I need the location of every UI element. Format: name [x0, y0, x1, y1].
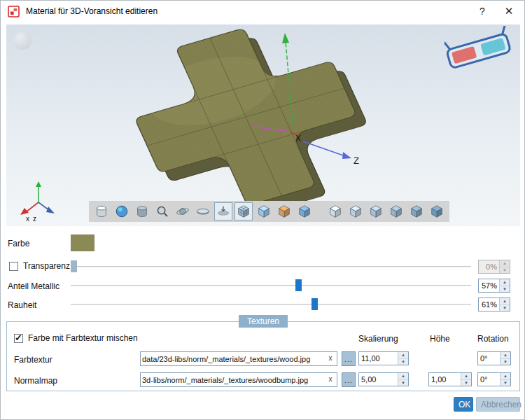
spin-down-button[interactable]: ▼: [500, 286, 510, 293]
transparenz-checkbox-row[interactable]: Transparenz: [9, 261, 70, 271]
material-editor-dialog: Material für 3D-Voransicht editieren ? ✕: [0, 0, 525, 420]
shape-sphere-icon[interactable]: [113, 202, 131, 220]
close-button[interactable]: ✕: [498, 1, 520, 22]
light-preset-5-icon[interactable]: [407, 202, 426, 220]
light-preset-1-icon[interactable]: [326, 202, 344, 220]
slider-track[interactable]: [71, 266, 471, 267]
farbtextur-clear-button[interactable]: x: [326, 354, 337, 363]
spin-up-button[interactable]: ▲: [500, 352, 510, 358]
spin-up-button[interactable]: ▲: [461, 373, 471, 379]
rotation-header: Rotation: [477, 334, 509, 344]
axis-z-arrow: [342, 152, 351, 159]
orbit-icon[interactable]: [174, 202, 192, 220]
mix-color-texture-checkbox[interactable]: [14, 334, 23, 343]
farbe-label: Farbe: [8, 239, 29, 248]
spin-up-button[interactable]: ▲: [398, 352, 408, 358]
metallic-value-field[interactable]: 57% ▲▼: [478, 279, 510, 293]
window-title: Material für 3D-Voransicht editieren: [26, 6, 158, 16]
farbtextur-path-field: x: [140, 351, 337, 366]
normalmap-path-field: x: [140, 372, 337, 387]
farbtextur-skalierung-value[interactable]: 11,00: [359, 352, 398, 365]
spin-up-button[interactable]: ▲: [500, 298, 510, 304]
material-preview-object: [111, 24, 391, 226]
anaglyph-glasses-icon[interactable]: [444, 26, 514, 78]
normalmap-rotation-field[interactable]: 0° ▲▼: [477, 372, 511, 386]
metallic-label: Anteil Metallic: [8, 281, 59, 291]
spin-up-button[interactable]: ▲: [500, 373, 510, 379]
slider-handle[interactable]: [71, 260, 77, 272]
color-swatch[interactable]: [71, 234, 94, 251]
mini-axis-z-label: z: [33, 215, 36, 222]
light-preset-2-icon[interactable]: [346, 202, 365, 220]
shaded-cube-icon[interactable]: [295, 202, 314, 220]
transparenz-slider[interactable]: [71, 260, 471, 272]
rauheit-value[interactable]: 61%: [479, 298, 499, 311]
spin-down-button[interactable]: ▼: [500, 358, 510, 365]
normalmap-path-input[interactable]: [141, 376, 326, 384]
farbtextur-rotation-field[interactable]: 0° ▲▼: [477, 351, 511, 365]
normalmap-skalierung-field[interactable]: 5,00 ▲▼: [358, 372, 409, 386]
light-preset-6-icon[interactable]: [428, 202, 446, 220]
axis-z-line: [303, 141, 345, 156]
axis-z-label: Z: [354, 155, 359, 166]
spin-up-button[interactable]: ▲: [500, 279, 510, 286]
textured-cube-icon[interactable]: [275, 202, 293, 220]
transparenz-label: Transparenz: [23, 261, 70, 271]
rauheit-value-field[interactable]: 61% ▲▼: [478, 298, 510, 312]
light-preset-4-icon[interactable]: [387, 202, 405, 220]
rauheit-slider[interactable]: [71, 298, 471, 310]
normalmap-skalierung-value[interactable]: 5,00: [359, 373, 398, 386]
mesh-cube-icon[interactable]: [234, 202, 253, 220]
normalmap-browse-button[interactable]: ...: [342, 372, 356, 387]
slider-handle[interactable]: [295, 279, 302, 291]
normalmap-rotation-value[interactable]: 0°: [478, 373, 500, 386]
preview-scene: X Z: [6, 24, 520, 226]
zoom-icon[interactable]: [153, 202, 172, 220]
slider-track[interactable]: [71, 304, 471, 305]
light-preset-3-icon[interactable]: [367, 202, 385, 220]
spin-down-button[interactable]: ▼: [461, 379, 471, 386]
farbtextur-skalierung-field[interactable]: 11,00 ▲▼: [358, 351, 409, 365]
metallic-slider[interactable]: [71, 279, 471, 291]
mix-color-texture-label: Farbe mit Farbtextur mischen: [28, 333, 138, 343]
toolbar-separator: [316, 202, 324, 220]
mix-color-texture-row[interactable]: Farbe mit Farbtextur mischen: [14, 333, 138, 343]
spin-down-button[interactable]: ▼: [500, 304, 510, 312]
normalmap-clear-button[interactable]: x: [326, 375, 337, 384]
farbtextur-rotation-value[interactable]: 0°: [478, 352, 500, 365]
ok-button[interactable]: OK: [454, 397, 473, 412]
mini-axis-x-label: x: [26, 215, 29, 222]
spin-down-button[interactable]: ▼: [398, 358, 408, 365]
farbtextur-browse-button[interactable]: ...: [342, 351, 356, 366]
spin-down-button[interactable]: ▼: [500, 379, 510, 386]
transparenz-checkbox[interactable]: [9, 262, 18, 271]
skalierung-header: Skalierung: [358, 334, 398, 344]
spin-down-button[interactable]: ▼: [398, 379, 408, 386]
rauheit-label: Rauheit: [8, 300, 36, 310]
slider-track[interactable]: [71, 285, 471, 286]
turntable-icon[interactable]: [194, 202, 212, 220]
clip-plane-icon[interactable]: [214, 202, 232, 220]
farbtextur-path-input[interactable]: [141, 355, 326, 363]
cancel-button[interactable]: Abbrechen: [476, 397, 520, 412]
spin-up-button[interactable]: ▲: [500, 260, 510, 267]
slider-handle[interactable]: [312, 298, 318, 310]
texturen-group: Texturen Farbe mit Farbtextur mischen Sk…: [6, 321, 520, 391]
spin-down-button[interactable]: ▼: [500, 267, 510, 274]
app-logo-icon: [8, 6, 20, 18]
normalmap-hoehe-value[interactable]: 1,00: [429, 373, 461, 386]
viewport-toolbar: [89, 201, 449, 222]
normalmap-label: Normalmap: [14, 376, 57, 386]
metallic-value[interactable]: 57%: [479, 279, 499, 292]
transparent-cube-icon[interactable]: [255, 202, 273, 220]
hoehe-header: Höhe: [430, 334, 450, 344]
transparenz-value: 0%: [479, 260, 499, 273]
axis-y-arrow: [282, 33, 289, 43]
shape-cube-icon[interactable]: [133, 202, 151, 220]
preview-3d-viewport[interactable]: X Z x z: [6, 24, 520, 226]
axis-x-label: X: [295, 134, 301, 144]
help-button[interactable]: ?: [471, 1, 493, 22]
spin-up-button[interactable]: ▲: [398, 373, 408, 379]
normalmap-hoehe-field[interactable]: 1,00 ▲▼: [428, 372, 472, 386]
shape-cylinder-icon[interactable]: [92, 202, 111, 220]
